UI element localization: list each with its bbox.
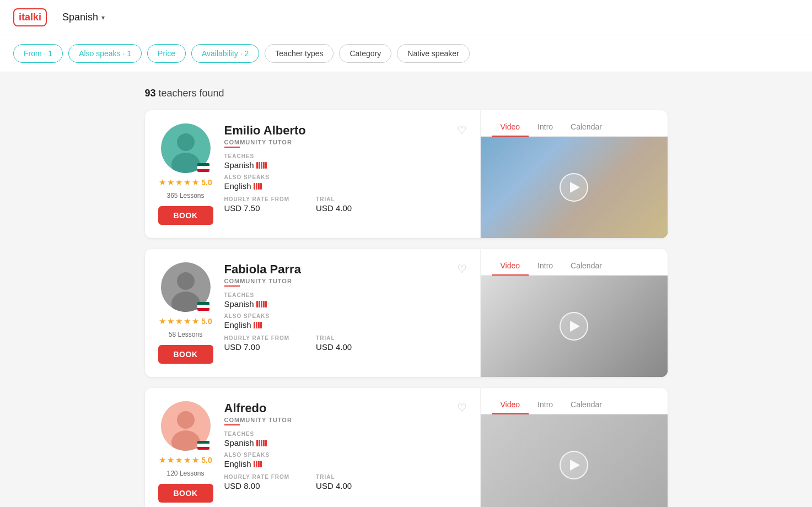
filter-chip-availability[interactable]: Availability · 2: [191, 44, 259, 63]
video-tab-calendar[interactable]: Calendar: [562, 257, 611, 276]
star-icon: ★: [192, 455, 199, 465]
play-button[interactable]: [560, 312, 588, 341]
star-icon: ★: [192, 177, 199, 187]
filter-chip-category[interactable]: Category: [339, 44, 391, 63]
video-tab-intro[interactable]: Intro: [529, 118, 562, 137]
lessons-count: 58 Lessons: [169, 331, 202, 338]
also-speaks-label: ALSO SPEAKS: [224, 174, 467, 180]
hourly-rate-label: HOURLY RATE FROM: [224, 196, 290, 202]
video-tab-video[interactable]: Video: [492, 118, 529, 137]
teacher-name: Alfredo: [224, 401, 267, 416]
card-right-alfredo: Video Intro Calendar: [480, 388, 668, 507]
star-icon: ★: [184, 316, 191, 326]
trial-rate-block: TRIAL USD 4.00: [316, 196, 352, 213]
teacher-card-fabiola: ★★★★★ 5.0 58 Lessons BOOK Fabiola Parra …: [145, 249, 668, 377]
play-button[interactable]: [560, 451, 588, 479]
star-icon: ★: [159, 316, 166, 326]
proficiency-bars: [256, 301, 267, 308]
favorite-button[interactable]: ♡: [457, 262, 467, 276]
filter-chip-native-speaker[interactable]: Native speaker: [397, 44, 469, 63]
teacher-info: Fabiola Parra ♡ COMMUNITY TUTOR TEACHES …: [224, 262, 467, 364]
video-tab-calendar[interactable]: Calendar: [562, 396, 611, 414]
video-tab-intro[interactable]: Intro: [529, 396, 562, 414]
video-tab-video[interactable]: Video: [492, 396, 529, 414]
logo-text[interactable]: italki: [13, 8, 47, 26]
avatar-wrapper: [161, 401, 211, 451]
card-right-emilio: Video Intro Calendar: [480, 110, 668, 238]
card-left-alfredo: ★★★★★ 5.0 120 Lessons BOOK Alfredo ♡ COM…: [145, 388, 480, 507]
star-icon: ★: [167, 455, 174, 465]
play-icon: [570, 182, 580, 193]
teaches-value: Spanish: [224, 299, 467, 309]
filter-bar: From · 1Also speaks · 1PriceAvailability…: [0, 35, 812, 72]
also-speaks-label: ALSO SPEAKS: [224, 452, 467, 458]
star-icon: ★: [167, 316, 174, 326]
trial-label: TRIAL: [316, 196, 352, 202]
teaches-value: Spanish: [224, 160, 467, 170]
play-icon: [570, 460, 580, 471]
teacher-info: Alfredo ♡ COMMUNITY TUTOR TEACHES Spanis…: [224, 401, 467, 503]
filter-chip-price[interactable]: Price: [147, 44, 186, 63]
hourly-rate-value: USD 7.50: [224, 203, 290, 213]
rating-value: 5.0: [201, 317, 212, 326]
teacher-type: COMMUNITY TUTOR: [224, 278, 467, 284]
trial-value: USD 4.00: [316, 342, 352, 352]
book-button[interactable]: BOOK: [158, 206, 213, 225]
avatar-wrapper: [161, 262, 211, 312]
also-speaks-section: ALSO SPEAKS English: [224, 313, 467, 330]
results-label: teachers found: [159, 88, 224, 99]
video-thumbnail[interactable]: [481, 137, 668, 238]
video-tabs: Video Intro Calendar: [481, 110, 668, 137]
video-tab-intro[interactable]: Intro: [529, 257, 562, 276]
proficiency-bars: [254, 322, 262, 328]
star-icon: ★: [184, 455, 191, 465]
book-button[interactable]: BOOK: [158, 345, 213, 364]
also-speaks-value: English: [224, 459, 467, 468]
card-left-fabiola: ★★★★★ 5.0 58 Lessons BOOK Fabiola Parra …: [145, 249, 480, 377]
language-selector[interactable]: Spanish ▾: [62, 12, 105, 23]
country-flag: [197, 302, 209, 311]
video-thumbnail[interactable]: [481, 414, 668, 507]
trial-rate-block: TRIAL USD 4.00: [316, 474, 352, 490]
favorite-button[interactable]: ♡: [457, 123, 467, 137]
language-label: Spanish: [62, 12, 98, 23]
filter-chip-also-speaks[interactable]: Also speaks · 1: [68, 44, 142, 63]
proficiency-bars: [256, 440, 267, 446]
teaches-label: TEACHES: [224, 153, 467, 159]
rating-stars: ★★★★★ 5.0: [159, 455, 212, 465]
also-speaks-value: English: [224, 320, 467, 330]
teacher-list: ★★★★★ 5.0 365 Lessons BOOK Emilio Albert…: [145, 110, 668, 507]
svg-point-7: [177, 411, 195, 429]
results-number: 93: [145, 88, 156, 99]
teaches-section: TEACHES Spanish: [224, 153, 467, 170]
filter-chip-from[interactable]: From · 1: [13, 44, 63, 63]
favorite-button[interactable]: ♡: [457, 401, 467, 414]
lessons-count: 365 Lessons: [166, 192, 204, 199]
star-icon: ★: [167, 177, 174, 187]
logo[interactable]: italki: [13, 8, 47, 26]
star-icon: ★: [175, 316, 182, 326]
avatar-section-emilio: ★★★★★ 5.0 365 Lessons BOOK: [158, 123, 213, 225]
hourly-rate-value: USD 7.00: [224, 342, 290, 352]
teaches-label: TEACHES: [224, 431, 467, 437]
teacher-name: Emilio Alberto: [224, 123, 306, 138]
teacher-header: Alfredo ♡: [224, 401, 467, 416]
star-icon: ★: [159, 177, 166, 187]
rating-value: 5.0: [201, 456, 212, 465]
teacher-header: Fabiola Parra ♡: [224, 262, 467, 277]
rating-value: 5.0: [201, 178, 212, 187]
video-thumbnail[interactable]: [481, 276, 668, 377]
book-button[interactable]: BOOK: [158, 484, 213, 503]
type-underline: [224, 147, 240, 148]
filter-chip-teacher-types[interactable]: Teacher types: [265, 44, 334, 63]
video-tab-video[interactable]: Video: [492, 257, 529, 276]
play-button[interactable]: [560, 173, 588, 202]
hourly-rate-value: USD 8.00: [224, 481, 290, 490]
video-tab-calendar[interactable]: Calendar: [562, 118, 611, 137]
trial-rate-block: TRIAL USD 4.00: [316, 335, 352, 352]
pricing-row: HOURLY RATE FROM USD 7.00 TRIAL USD 4.00: [224, 335, 467, 352]
video-tabs: Video Intro Calendar: [481, 388, 668, 414]
teacher-name: Fabiola Parra: [224, 262, 301, 277]
svg-point-1: [177, 133, 195, 151]
country-flag: [197, 441, 209, 450]
